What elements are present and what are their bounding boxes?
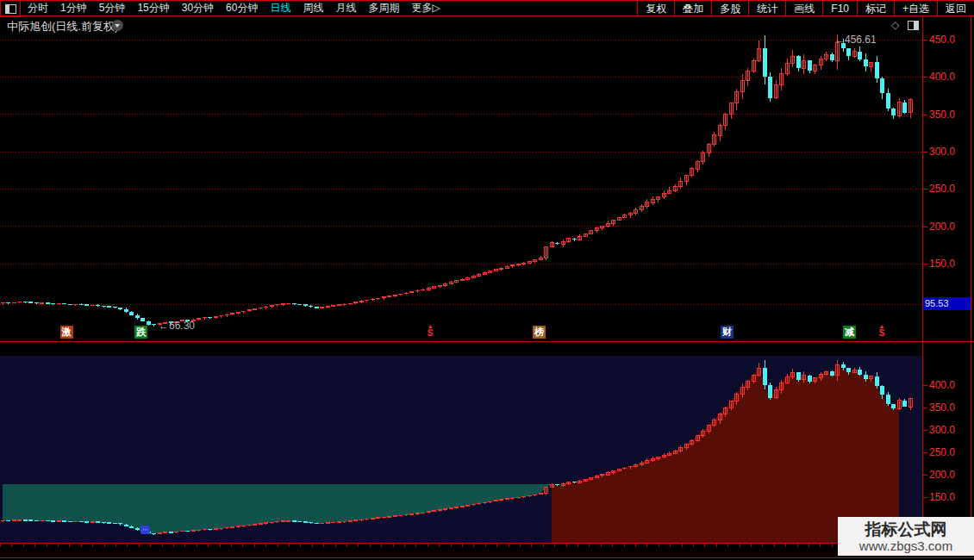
main-axis-label-5: 200.0 [929,221,969,233]
tool-button-7[interactable]: +自选 [894,1,937,16]
main-axis-tick [923,264,927,264]
sub-axis-tick [923,475,927,476]
period-tab-9[interactable]: 多周期 [362,0,405,16]
main-axis-tick [923,227,927,227]
watermark-url: www.zbgs3.com [859,538,952,553]
watermark: 指标公式网 www.zbgs3.com [838,517,974,556]
sub-axis-label-0: 400.0 [929,379,969,391]
sub-axis-label-4: 200.0 [929,469,969,481]
main-axis-tick [923,152,927,152]
tool-button-4[interactable]: 画线 [785,1,822,16]
sub-axis-tick [923,430,927,431]
tool-button-0[interactable]: 复权 [637,1,674,16]
split-window-icon[interactable] [908,21,919,30]
tool-button-8[interactable]: 返回 [937,1,974,16]
tool-button-3[interactable]: 统计 [748,1,785,16]
axis-left-border [922,16,923,557]
sub-axis-tick [923,497,927,498]
main-axis-label-2: 350.0 [929,109,969,121]
period-tabs: 分时1分钟5分钟15分钟30分钟60分钟日线周线月线多周期更多▷ [22,0,446,16]
main-axis-label-0: 450.0 [929,34,969,46]
chart-marker-1[interactable]: 跌 [134,326,147,339]
title-row: 中际旭创(日线.前复权) ◇ [0,16,974,33]
sub-panel-header: 股朋指标网 [0,343,922,356]
chart-marker-3[interactable]: 榜 [533,326,546,339]
period-tab-10[interactable]: 更多▷ [405,0,446,16]
high-price-label: ←456.61 [834,34,877,46]
sub-indicator-chart[interactable] [0,356,922,543]
sub-axis-label-5: 150.0 [929,491,969,503]
period-tab-2[interactable]: 5分钟 [93,0,132,16]
sub-axis-label-3: 250.0 [929,446,969,458]
top-toolbar: 分时1分钟5分钟15分钟30分钟60分钟日线周线月线多周期更多▷ 复权叠加多股统… [0,0,974,16]
layout-icon [5,4,16,14]
tool-button-5[interactable]: F10 [822,1,857,16]
period-tab-8[interactable]: 月线 [329,0,362,16]
sub-axis-tick [923,385,927,386]
chart-marker-5[interactable]: 减 [843,326,856,339]
main-candlestick-chart[interactable] [0,33,922,341]
period-tab-3[interactable]: 15分钟 [131,0,175,16]
tool-buttons: 复权叠加多股统计画线F10标记+自选返回 [637,0,974,16]
split-glyph [908,21,919,30]
main-axis-tick [923,40,927,40]
period-tab-1[interactable]: 1分钟 [54,0,93,16]
tool-button-1[interactable]: 叠加 [674,1,711,16]
period-tab-6[interactable]: 日线 [264,0,297,16]
period-tab-5[interactable]: 60分钟 [220,0,264,16]
axis-right-border [971,16,971,557]
time-axis-ticks [0,544,922,547]
panel-divider [0,341,974,342]
main-axis-label-4: 250.0 [929,183,969,195]
watermark-title: 指标公式网 [865,520,947,538]
layout-toggle-button[interactable] [0,0,21,17]
main-axis-label-1: 400.0 [929,71,969,83]
period-tab-4[interactable]: 30分钟 [176,0,220,16]
sub-axis-tick [923,452,927,453]
gift-marker-icon[interactable]: ⋯ [140,526,150,534]
low-price-label: ←66.30 [159,320,195,332]
chart-marker-6[interactable]: ▲S [876,324,888,337]
main-axis-tick [923,77,927,78]
chart-marker-2[interactable]: ▲S [424,324,436,337]
period-tab-0[interactable]: 分时 [22,0,54,16]
sub-axis-label-1: 350.0 [929,401,969,414]
main-axis-tick [923,115,927,115]
chart-marker-4[interactable]: 财 [721,326,734,339]
price-level-tag: 95.53 [923,297,971,310]
period-tab-7[interactable]: 周线 [297,0,329,16]
tool-button-6[interactable]: 标记 [857,1,894,16]
sub-axis-label-2: 300.0 [929,424,969,436]
tool-button-2[interactable]: 多股 [711,1,748,16]
time-axis-bottom-border [0,557,974,558]
chevron-down-icon[interactable] [112,20,123,31]
chart-marker-0[interactable]: 激 [60,326,73,339]
main-axis-label-3: 300.0 [929,146,969,158]
toolbar-top-border [0,0,974,1]
main-axis-label-6: 150.0 [929,258,969,270]
diamond-icon[interactable]: ◇ [891,20,899,30]
sub-axis-tick [923,408,927,408]
main-axis-tick [923,189,927,190]
